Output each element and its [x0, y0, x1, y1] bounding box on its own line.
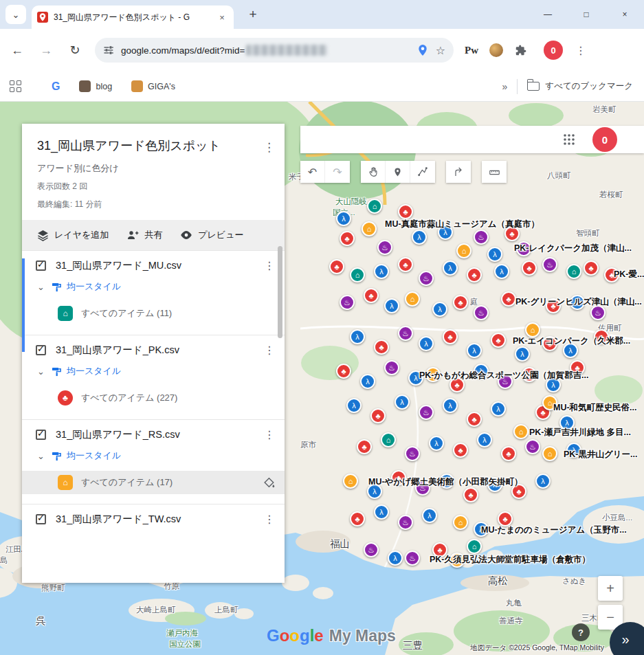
- map-marker-park-tree[interactable]: ♣: [340, 231, 355, 246]
- map-marker-trail-walker[interactable]: λ: [535, 474, 551, 489]
- paint-bucket-icon[interactable]: [263, 476, 275, 489]
- map-marker-park-tree[interactable]: ♣: [453, 443, 468, 458]
- address-bar[interactable]: google.com/maps/d/edit?mid= ☆: [95, 38, 454, 63]
- map-marker-building[interactable]: ⌂: [542, 446, 557, 461]
- map-marker-trail-walker[interactable]: λ: [422, 508, 437, 523]
- map-marker-park-tree[interactable]: ♣: [491, 333, 506, 348]
- google-favicon[interactable]: G: [52, 80, 60, 93]
- share-button[interactable]: 共有: [126, 229, 162, 241]
- map-marker-hot-spring[interactable]: ♨: [525, 439, 540, 454]
- map-marker-hot-spring[interactable]: ♨: [542, 257, 557, 272]
- map-marker-hot-spring[interactable]: ♨: [398, 326, 413, 341]
- map-marker-hot-spring[interactable]: ♨: [405, 446, 420, 461]
- extension-pw-icon[interactable]: Pw: [465, 45, 478, 56]
- window-minimize-button[interactable]: —: [529, 0, 567, 29]
- new-tab-button[interactable]: +: [243, 5, 263, 24]
- select-hand-tool[interactable]: [361, 161, 386, 183]
- layer-menu-icon[interactable]: ⋮: [264, 259, 275, 272]
- chevron-down-icon[interactable]: ⌄: [37, 451, 45, 461]
- extensions-puzzle-icon[interactable]: [514, 44, 527, 57]
- map-marker-park-tree[interactable]: ♣: [443, 329, 458, 344]
- layer-menu-icon[interactable]: ⋮: [264, 344, 275, 357]
- map-description[interactable]: アワード別に色分け: [37, 162, 275, 175]
- map-marker-hot-spring[interactable]: ♨: [384, 360, 399, 375]
- last-edited[interactable]: 最終編集: 11 分前: [37, 199, 275, 210]
- panel-scrollbar[interactable]: [278, 246, 282, 338]
- reload-button[interactable]: ↻: [63, 38, 87, 62]
- bookmark-blog[interactable]: blog: [79, 80, 112, 92]
- map-marker-museum[interactable]: ⌂: [566, 264, 581, 279]
- map-marker-park-tree[interactable]: ♣: [364, 288, 379, 303]
- map-marker-park-tree[interactable]: ♣: [522, 260, 537, 276]
- map-marker-trail-walker[interactable]: λ: [515, 346, 530, 362]
- layer-checkbox[interactable]: ✓: [36, 260, 46, 271]
- add-directions-tool[interactable]: [446, 161, 471, 183]
- bookmarks-overflow-icon[interactable]: »: [502, 81, 508, 92]
- marker-label[interactable]: PK-グリーンヒルズ津山（津山...: [515, 296, 642, 308]
- layer-checkbox[interactable]: ✓: [36, 345, 46, 355]
- map-marker-trail-walker[interactable]: λ: [346, 398, 362, 413]
- map-marker-museum[interactable]: ⌂: [350, 267, 365, 282]
- back-button[interactable]: ←: [5, 38, 29, 62]
- layer-checkbox[interactable]: ✓: [36, 514, 46, 524]
- url-text[interactable]: google.com/maps/d/edit?mid=: [121, 45, 245, 56]
- map-marker-hot-spring[interactable]: ♨: [419, 405, 434, 420]
- map-marker-building[interactable]: ⌂: [513, 424, 529, 439]
- chevron-down-icon[interactable]: ⌄: [37, 366, 45, 377]
- map-marker-trail-walker[interactable]: λ: [336, 211, 351, 226]
- marker-label[interactable]: PK-レイクパーク加茂（津山...: [514, 243, 632, 254]
- map-marker-trail-walker[interactable]: λ: [374, 504, 389, 520]
- marker-label[interactable]: PK-瀬戸吉井川緑地 多目...: [529, 427, 631, 438]
- map-marker-park-tree[interactable]: ♣: [329, 259, 344, 274]
- map-marker-trail-walker[interactable]: λ: [429, 436, 444, 451]
- preview-button[interactable]: プレビュー: [180, 229, 243, 241]
- browser-tab[interactable]: 31_岡山県アワード色別スポット - G ×: [32, 5, 234, 29]
- site-settings-icon[interactable]: [103, 45, 114, 56]
- map-marker-trail-walker[interactable]: λ: [388, 551, 403, 566]
- marker-label[interactable]: MU-やかげ郷土美術館（小田郡矢掛町）: [368, 476, 522, 488]
- map-marker-park-tree[interactable]: ♣: [374, 340, 389, 355]
- tab-search-button[interactable]: ⌄: [5, 5, 26, 24]
- map-marker-trail-walker[interactable]: λ: [467, 343, 482, 358]
- marker-label[interactable]: MU-真庭市蒜山ミュージアム（真庭市）: [385, 219, 540, 230]
- map-marker-museum[interactable]: ⌂: [381, 432, 396, 447]
- map-marker-trail-walker[interactable]: λ: [374, 264, 389, 279]
- layer-name[interactable]: 31_岡山県アワード_PK.csv: [56, 344, 264, 357]
- map-marker-park-tree[interactable]: ♣: [467, 267, 482, 282]
- map-marker-hot-spring[interactable]: ♨: [364, 542, 379, 557]
- all-bookmarks-button[interactable]: すべてのブックマーク: [527, 80, 633, 92]
- measure-tool[interactable]: [482, 161, 507, 183]
- bookmark-star-icon[interactable]: ☆: [436, 44, 445, 57]
- map-marker-trail-walker[interactable]: λ: [360, 374, 375, 389]
- help-button[interactable]: ?: [572, 623, 590, 641]
- marker-label[interactable]: MU-和気町歴史民俗...: [553, 402, 637, 414]
- map-marker-trail-walker[interactable]: λ: [443, 260, 458, 276]
- layer-menu-icon[interactable]: ⋮: [264, 428, 275, 441]
- marker-label[interactable]: PK-久須見弘法大師堂前駐車場（倉敷市）: [430, 554, 590, 566]
- layer-name[interactable]: 31_岡山県アワード_RS.csv: [56, 428, 264, 441]
- account-avatar[interactable]: 0: [592, 127, 617, 152]
- map-marker-building[interactable]: ⌂: [453, 515, 468, 530]
- browser-menu-icon[interactable]: ⋮: [575, 44, 586, 57]
- map-marker-park-tree[interactable]: ♣: [501, 291, 516, 307]
- layer-checkbox[interactable]: ✓: [36, 430, 46, 440]
- draw-line-tool[interactable]: [410, 161, 435, 183]
- map-marker-park-tree[interactable]: ♣: [463, 487, 478, 502]
- map-marker-museum[interactable]: ⌂: [467, 539, 482, 554]
- marker-label[interactable]: PK-エイコンパーク（久米郡...: [513, 335, 630, 347]
- map-marker-museum[interactable]: ⌂: [367, 199, 382, 214]
- map-marker-hot-spring[interactable]: ♨: [419, 271, 434, 286]
- marker-label[interactable]: PK-かもがわ総合スポーツ公園（加賀郡吉...: [419, 370, 589, 381]
- zoom-in-button[interactable]: +: [598, 576, 623, 601]
- layer-name[interactable]: 31_岡山県アワード_TW.csv: [56, 513, 264, 526]
- bookmark-gigas[interactable]: GIGA's: [131, 80, 175, 92]
- map-marker-park-tree[interactable]: ♣: [350, 511, 365, 526]
- map-marker-park-tree[interactable]: ♣: [370, 408, 386, 423]
- undo-button[interactable]: ↶: [300, 161, 325, 183]
- map-marker-trail-walker[interactable]: λ: [350, 329, 365, 344]
- map-marker-building[interactable]: ⌂: [362, 221, 377, 236]
- all-items-row[interactable]: ⌂ すべてのアイテム (11): [22, 302, 285, 325]
- marker-label[interactable]: PK-愛...: [614, 269, 644, 280]
- uniform-style-link[interactable]: 均一スタイル: [52, 365, 121, 377]
- map-marker-trail-walker[interactable]: λ: [491, 401, 506, 417]
